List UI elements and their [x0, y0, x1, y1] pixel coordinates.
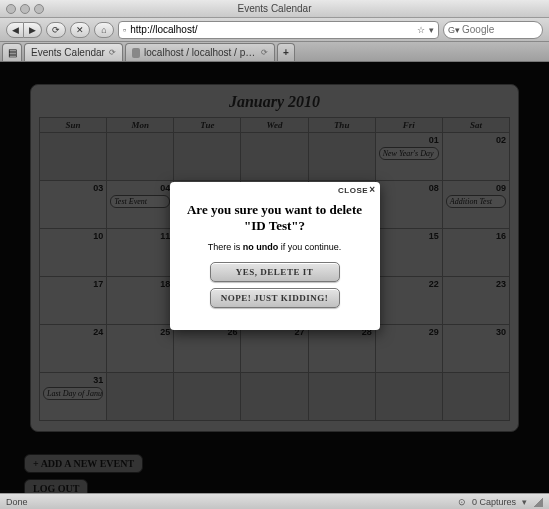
- resize-handle[interactable]: [533, 497, 543, 507]
- status-menu-icon[interactable]: ▾: [522, 497, 527, 507]
- tab-close-icon[interactable]: ⟳: [261, 48, 268, 57]
- zoom-window-button[interactable]: [34, 4, 44, 14]
- stop-button[interactable]: ✕: [70, 22, 90, 38]
- modal-heading: Are you sure you want to delete "ID Test…: [184, 202, 366, 234]
- tab-label: Events Calendar: [31, 47, 105, 58]
- feed-icon[interactable]: ▾: [429, 25, 434, 35]
- modal-close-button[interactable]: CLOSE: [338, 184, 375, 195]
- tab-close-icon[interactable]: ⟳: [109, 48, 116, 57]
- home-button[interactable]: ⌂: [94, 22, 114, 38]
- close-window-button[interactable]: [6, 4, 16, 14]
- status-bar: Done ⊙ 0 Captures ▾: [0, 493, 549, 509]
- confirm-delete-modal: CLOSE Are you sure you want to delete "I…: [170, 182, 380, 330]
- url-bar[interactable]: ▫ ☆ ▾: [118, 21, 439, 39]
- minimize-window-button[interactable]: [20, 4, 30, 14]
- tab-strip: ▤ Events Calendar ⟳ localhost / localhos…: [0, 42, 549, 62]
- modal-body: There is no undo if you continue.: [184, 242, 366, 252]
- capture-icon[interactable]: ⊙: [458, 497, 466, 507]
- reload-button[interactable]: ⟳: [46, 22, 66, 38]
- window-titlebar: Events Calendar: [0, 0, 549, 18]
- captures-count: 0 Captures: [472, 497, 516, 507]
- search-bar[interactable]: G▾: [443, 21, 543, 39]
- bookmark-star-icon[interactable]: ☆: [417, 25, 425, 35]
- new-tab-button[interactable]: +: [277, 43, 295, 61]
- tab-events-calendar[interactable]: Events Calendar ⟳: [24, 43, 123, 61]
- confirm-delete-button[interactable]: YES, DELETE IT: [210, 262, 340, 282]
- tab-phpmyadmin[interactable]: localhost / localhost / php-jqu… ⟳: [125, 43, 275, 61]
- search-engine-icon[interactable]: G▾: [448, 25, 460, 35]
- status-text: Done: [6, 497, 28, 507]
- favicon-icon: [132, 48, 140, 58]
- site-icon: ▫: [123, 25, 126, 35]
- url-input[interactable]: [130, 24, 413, 35]
- browser-toolbar: ◀ ▶ ⟳ ✕ ⌂ ▫ ☆ ▾ G▾: [0, 18, 549, 42]
- tab-label: localhost / localhost / php-jqu…: [144, 47, 257, 58]
- page-viewport: January 2010 Sun Mon Tue Wed Thu Fri Sat…: [0, 62, 549, 493]
- back-button[interactable]: ◀: [6, 22, 24, 38]
- cancel-delete-button[interactable]: NOPE! JUST KIDDING!: [210, 288, 340, 308]
- search-input[interactable]: [462, 24, 549, 35]
- forward-button[interactable]: ▶: [24, 22, 42, 38]
- bookmarks-toggle[interactable]: ▤: [2, 43, 22, 61]
- window-title: Events Calendar: [0, 3, 549, 14]
